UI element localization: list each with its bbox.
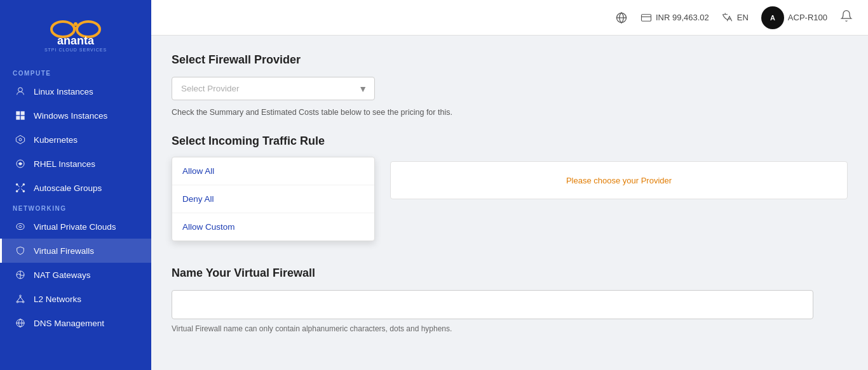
traffic-and-panel: Select Incoming Traffic Rule Allow All D…	[172, 135, 848, 251]
svg-rect-8	[16, 116, 20, 120]
sidebar-item-rhel-instances[interactable]: RHEL Instances	[0, 152, 151, 176]
rhel-instances-label: RHEL Instances	[34, 159, 95, 169]
sidebar-item-l2-networks[interactable]: L2 Networks	[0, 287, 151, 311]
billing-icon	[641, 12, 652, 23]
sidebar-item-nat-gateways[interactable]: NAT Gateways	[0, 263, 151, 287]
dns-management-label: DNS Management	[34, 319, 104, 328]
virtual-firewalls-label: Virtual Firewalls	[34, 246, 94, 256]
language-selector[interactable]: EN	[722, 12, 749, 23]
topbar: INR 99,463.02 EN A ACP-R100	[151, 0, 868, 36]
language-label: EN	[737, 13, 749, 22]
svg-point-5	[18, 88, 23, 92]
windows-icon	[15, 110, 26, 121]
svg-rect-9	[21, 116, 25, 120]
traffic-option-allow-custom[interactable]: Allow Custom	[172, 213, 374, 241]
svg-text:STPI CLOUD SERVICES: STPI CLOUD SERVICES	[44, 48, 107, 52]
sidebar-item-dns-management[interactable]: DNS Management	[0, 311, 151, 335]
dns-icon	[15, 317, 26, 329]
logo-area: ananta STPI CLOUD SERVICES	[0, 0, 151, 65]
billing-amount: INR 99,463.02	[656, 13, 709, 22]
firewall-name-input[interactable]	[172, 290, 813, 319]
globe-icon	[615, 11, 628, 24]
firewall-name-section: Name Your Virtual Firewall Virtual Firew…	[172, 267, 848, 333]
traffic-option-deny-all[interactable]: Deny All	[172, 185, 374, 213]
sidebar-item-autoscale-groups[interactable]: Autoscale Groups	[0, 176, 151, 200]
l2-network-icon	[15, 293, 26, 305]
traffic-option-allow-all[interactable]: Allow All	[172, 157, 374, 185]
notification-bell[interactable]	[840, 10, 853, 25]
svg-point-2	[74, 22, 78, 26]
firewall-provider-title: Select Firewall Provider	[172, 53, 848, 67]
svg-line-23	[20, 297, 24, 301]
language-icon	[722, 12, 733, 23]
traffic-rule-title: Select Incoming Traffic Rule	[172, 135, 375, 148]
main-area: INR 99,463.02 EN A ACP-R100 Select Firew…	[151, 0, 868, 370]
section-label-compute: COMPUTE	[0, 65, 151, 79]
sidebar-item-kubernetes[interactable]: Kubernetes	[0, 128, 151, 152]
svg-text:ananta: ananta	[57, 34, 95, 47]
brand-logo: ananta STPI CLOUD SERVICES	[31, 11, 120, 56]
firewall-name-title: Name Your Virtual Firewall	[172, 267, 848, 280]
firewall-name-helper-text: Virtual Firewall name can only contain a…	[172, 324, 848, 333]
kubernetes-icon	[15, 134, 26, 145]
billing-info[interactable]: INR 99,463.02	[641, 12, 709, 23]
svg-point-19	[20, 295, 22, 297]
svg-point-14	[23, 183, 25, 185]
provider-select-wrapper: Select Provider ▼	[172, 77, 375, 100]
vpc-label: Virtual Private Clouds	[34, 222, 116, 232]
svg-point-11	[19, 138, 22, 141]
globe-button[interactable]	[615, 11, 628, 24]
sidebar-item-linux-instances[interactable]: Linux Instances	[0, 79, 151, 103]
shield-icon	[15, 245, 26, 256]
linux-icon	[15, 86, 26, 97]
windows-instances-label: Windows Instances	[34, 111, 107, 121]
provider-helper-text: Check the Summary and Estimated Costs ta…	[172, 108, 848, 117]
page-content: Select Firewall Provider Select Provider…	[151, 36, 868, 370]
svg-line-22	[17, 297, 20, 301]
svg-rect-6	[16, 111, 20, 115]
provider-warning-panel: Please choose your Provider	[390, 161, 848, 199]
sidebar: ananta STPI CLOUD SERVICES COMPUTE Linux…	[0, 0, 151, 370]
provider-select[interactable]: Select Provider	[172, 77, 375, 100]
svg-point-16	[23, 190, 25, 192]
nat-gateway-icon	[15, 269, 26, 281]
sidebar-item-virtual-firewalls[interactable]: Virtual Firewalls	[0, 239, 151, 263]
autoscale-icon	[15, 182, 26, 194]
nat-gateways-label: NAT Gateways	[34, 270, 91, 280]
linux-instances-label: Linux Instances	[34, 87, 93, 96]
svg-point-13	[16, 183, 18, 185]
l2-networks-label: L2 Networks	[34, 294, 81, 304]
svg-rect-29	[641, 14, 651, 21]
sidebar-item-vpc[interactable]: Virtual Private Clouds	[0, 215, 151, 239]
username-label: ACP-R100	[788, 13, 827, 22]
sidebar-item-windows-instances[interactable]: Windows Instances	[0, 103, 151, 128]
svg-marker-10	[16, 135, 24, 143]
autoscale-groups-label: Autoscale Groups	[34, 183, 102, 193]
user-profile[interactable]: A ACP-R100	[761, 6, 827, 29]
traffic-col: Select Incoming Traffic Rule Allow All D…	[172, 135, 375, 251]
svg-rect-7	[21, 111, 25, 115]
provider-warning-text: Please choose your Provider	[566, 176, 672, 185]
bell-icon	[840, 10, 853, 22]
avatar: A	[761, 6, 784, 29]
svg-point-15	[16, 190, 18, 192]
kubernetes-label: Kubernetes	[34, 135, 78, 145]
rhel-icon	[15, 158, 26, 169]
traffic-rule-dropdown: Allow All Deny All Allow Custom	[172, 157, 375, 241]
firewall-provider-section: Select Firewall Provider Select Provider…	[172, 53, 848, 117]
vpc-icon	[15, 221, 26, 232]
section-label-networking: NETWORKING	[0, 200, 151, 215]
